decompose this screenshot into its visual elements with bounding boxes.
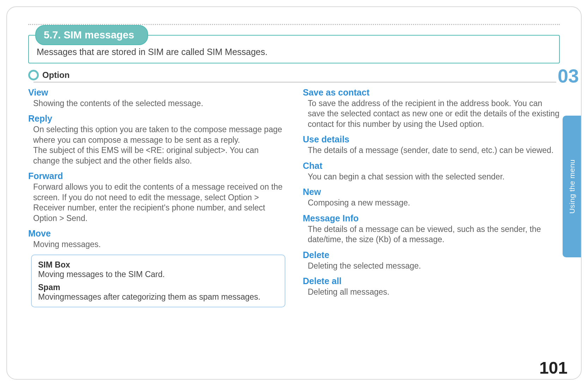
move-sub-box: SIM Box Moving messages to the SIM Card.… xyxy=(31,255,285,307)
manual-page: 5.7. SIM messages Messages that are stor… xyxy=(6,6,582,380)
option-title: Save as contact xyxy=(303,87,560,98)
option-title: Move xyxy=(28,228,285,239)
option-title: Chat xyxy=(303,161,560,171)
option-body: Showing the contents of the selected mes… xyxy=(28,98,285,109)
option-body: Deleting all messages. xyxy=(303,287,560,297)
sub-body: Movingmessages after categorizing them a… xyxy=(38,292,278,302)
option-label: Option xyxy=(42,70,69,80)
option-title: Message Info xyxy=(303,213,560,223)
option-reply: Reply On selecting this option you are t… xyxy=(28,114,285,166)
chapter-number: 03 xyxy=(556,66,580,85)
option-move: Move Moving messages. xyxy=(28,228,285,250)
option-delete: Delete Deleting the selected message. xyxy=(303,250,560,271)
option-title: Reply xyxy=(28,114,285,124)
option-body: Composing a new message. xyxy=(303,198,560,208)
option-body: The details of a message can be viewed, … xyxy=(303,224,560,245)
option-message-info: Message Info The details of a message ca… xyxy=(303,213,560,245)
section-title-pill: 5.7. SIM messages xyxy=(35,25,148,45)
side-tab: Using the menu xyxy=(563,116,582,257)
option-body: Forward allows you to edit the contents … xyxy=(28,182,285,223)
option-body: To save the address of the recipient in … xyxy=(303,98,560,129)
sub-title: SIM Box xyxy=(38,260,278,270)
option-rule xyxy=(34,82,560,82)
option-body: You can begin a chat session with the se… xyxy=(303,172,560,182)
page-number: 101 xyxy=(539,358,568,378)
option-delete-all: Delete all Deleting all messages. xyxy=(303,276,560,297)
option-title: Use details xyxy=(303,134,560,145)
option-title: New xyxy=(303,187,560,197)
side-tab-label: Using the menu xyxy=(568,159,576,214)
option-forward: Forward Forward allows you to edit the c… xyxy=(28,171,285,223)
section-box: 5.7. SIM messages Messages that are stor… xyxy=(28,35,560,63)
option-new: New Composing a new message. xyxy=(303,187,560,208)
option-title: View xyxy=(28,87,285,98)
option-chat: Chat You can begin a chat session with t… xyxy=(303,161,560,182)
option-body: Deleting the selected message. xyxy=(303,261,560,271)
option-title: Delete all xyxy=(303,276,560,286)
option-save-as-contact: Save as contact To save the address of t… xyxy=(303,87,560,129)
sub-title: Spam xyxy=(38,283,278,292)
bullet-icon xyxy=(28,70,39,80)
sub-body: Moving messages to the SIM Card. xyxy=(38,270,278,279)
option-body: On selecting this option you are taken t… xyxy=(28,124,285,166)
option-use-details: Use details The details of a message (se… xyxy=(303,134,560,155)
left-column: View Showing the contents of the selecte… xyxy=(28,87,285,307)
option-title: Delete xyxy=(303,250,560,260)
option-title: Forward xyxy=(28,171,285,181)
option-body: The details of a message (sender, date t… xyxy=(303,145,560,155)
right-column: Save as contact To save the address of t… xyxy=(303,87,560,307)
option-view: View Showing the contents of the selecte… xyxy=(28,87,285,109)
option-body: Moving messages. xyxy=(28,239,285,250)
columns: View Showing the contents of the selecte… xyxy=(28,87,560,307)
option-heading: Option xyxy=(28,70,560,80)
